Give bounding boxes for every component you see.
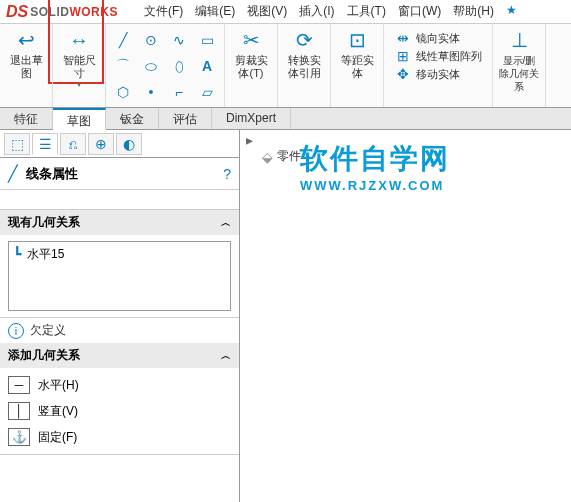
menu-items: 文件(F) 编辑(E) 视图(V) 插入(I) 工具(T) 窗口(W) 帮助(H… (144, 3, 517, 20)
point-tool-icon[interactable]: • (138, 80, 164, 104)
menu-file[interactable]: 文件(F) (144, 3, 183, 20)
menu-edit[interactable]: 编辑(E) (195, 3, 235, 20)
trim-icon: ✂ (243, 28, 260, 52)
ribbon-group-dim: ↔ 智能尺寸 ▾ (53, 24, 106, 107)
smart-dimension-button[interactable]: ↔ 智能尺寸 ▾ (59, 28, 99, 89)
chevron-up-icon: ︿ (221, 216, 231, 230)
arc-tool-icon[interactable]: ⌒ (110, 54, 136, 78)
convert-icon: ⟳ (296, 28, 313, 52)
app-logo: DS SOLIDWORKS (0, 3, 124, 21)
display-relations-button[interactable]: ⊥ 显示/删除几何关系 (499, 28, 539, 93)
property-header: ╱ 线条属性 ? (0, 158, 239, 190)
ribbon-group-draw: ╱ ⊙ ∿ ▭ ⌒ ⬭ ⬯ A ⬡ • ⌐ ▱ (106, 24, 225, 107)
relation-item[interactable]: 水平15 (27, 246, 64, 263)
horizontal-relation-icon: ┗ (13, 246, 21, 262)
mirror-icon: ⇹ (394, 30, 412, 46)
ribbon-group-trim: ✂ 剪裁实体(T) (225, 24, 278, 107)
fix-icon: ⚓ (8, 428, 30, 446)
horizontal-icon: ─ (8, 376, 30, 394)
help-icon[interactable]: ? (223, 166, 231, 182)
breadcrumb-arrow-icon[interactable]: ▸ (246, 132, 253, 148)
slot-tool-icon[interactable]: ⬭ (138, 54, 164, 78)
tab-dimxpert[interactable]: DimXpert (212, 108, 291, 129)
add-vertical-button[interactable]: │ 竖直(V) (8, 400, 231, 422)
ribbon-group-convert: ⟳ 转换实体引用 (278, 24, 331, 107)
tab-sketch[interactable]: 草图 (53, 108, 106, 130)
line-tool-icon[interactable]: ╱ (110, 28, 136, 52)
add-horizontal-button[interactable]: ─ 水平(H) (8, 374, 231, 396)
status-text: 欠定义 (30, 322, 66, 339)
exit-sketch-button[interactable]: ↩ 退出草图 (6, 28, 46, 80)
smart-dimension-icon: ↔ (69, 28, 89, 52)
menu-view[interactable]: 视图(V) (247, 3, 287, 20)
menu-insert[interactable]: 插入(I) (299, 3, 334, 20)
property-title: 线条属性 (26, 165, 223, 183)
ribbon-group-offset: ⊡ 等距实体 (331, 24, 384, 107)
circle-tool-icon[interactable]: ⊙ (138, 28, 164, 52)
menu-tools[interactable]: 工具(T) (347, 3, 386, 20)
polygon-tool-icon[interactable]: ⬡ (110, 80, 136, 104)
line-property-icon: ╱ (8, 164, 18, 183)
pattern-button[interactable]: ⊞线性草图阵列 (394, 48, 482, 64)
ribbon: ↩ 退出草图 ↔ 智能尺寸 ▾ ╱ ⊙ ∿ ▭ ⌒ ⬭ ⬯ A ⬡ • ⌐ ▱ … (0, 24, 571, 108)
menu-search-icon[interactable]: ★ (506, 3, 517, 20)
solidworks-logo-icon: DS (6, 3, 28, 21)
fillet-tool-icon[interactable]: ⌐ (166, 80, 192, 104)
section-head-existing[interactable]: 现有几何关系 ︿ (0, 210, 239, 235)
move-button[interactable]: ✥移动实体 (394, 66, 482, 82)
part-icon: ⬙ (262, 149, 273, 165)
relations-icon: ⊥ (511, 28, 528, 52)
ptab-feature-icon[interactable]: ⬚ (4, 133, 30, 155)
convert-button[interactable]: ⟳ 转换实体引用 (284, 28, 324, 80)
main-area: ⬚ ☰ ⎌ ⊕ ◐ ╱ 线条属性 ? 现有几何关系 ︿ ┗ 水平15 (0, 130, 571, 502)
offset-icon: ⊡ (349, 28, 366, 52)
menu-window[interactable]: 窗口(W) (398, 3, 441, 20)
ellipse-tool-icon[interactable]: ⬯ (166, 54, 192, 78)
section-head-add[interactable]: 添加几何关系 ︿ (0, 343, 239, 368)
menubar: DS SOLIDWORKS 文件(F) 编辑(E) 视图(V) 插入(I) 工具… (0, 0, 571, 24)
logo-text: SOLIDWORKS (30, 5, 118, 19)
vertical-icon: │ (8, 402, 30, 420)
ribbon-group-modify: ⇹镜向实体 ⊞线性草图阵列 ✥移动实体 (384, 24, 493, 107)
ribbon-group-sketch: ↩ 退出草图 (0, 24, 53, 107)
ribbon-group-relations: ⊥ 显示/删除几何关系 (493, 24, 546, 107)
watermark: 软件自学网 WWW.RJZXW.COM (300, 140, 450, 193)
trim-button[interactable]: ✂ 剪裁实体(T) (231, 28, 271, 80)
section-existing-relations: 现有几何关系 ︿ ┗ 水平15 (0, 210, 239, 318)
pattern-icon: ⊞ (394, 48, 412, 64)
watermark-title: 软件自学网 (300, 140, 450, 178)
watermark-url: WWW.RJZXW.COM (300, 178, 450, 193)
ptab-dimxpert-icon[interactable]: ⊕ (88, 133, 114, 155)
info-icon: i (8, 323, 24, 339)
ptab-appearance-icon[interactable]: ◐ (116, 133, 142, 155)
exit-sketch-icon: ↩ (18, 28, 35, 52)
offset-button[interactable]: ⊡ 等距实体 (337, 28, 377, 80)
chevron-up-icon: ︿ (221, 349, 231, 363)
command-tabs: 特征 草图 钣金 评估 DimXpert (0, 108, 571, 130)
tree-part-node[interactable]: ⬙ 零件 (262, 148, 301, 165)
viewport[interactable]: ▸ ⬙ 零件 软件自学网 WWW.RJZXW.COM (240, 130, 571, 502)
move-icon: ✥ (394, 66, 412, 82)
tab-evaluate[interactable]: 评估 (159, 108, 212, 129)
menu-help[interactable]: 帮助(H) (453, 3, 494, 20)
dropdown-icon[interactable]: ▾ (77, 80, 81, 89)
property-panel: ⬚ ☰ ⎌ ⊕ ◐ ╱ 线条属性 ? 现有几何关系 ︿ ┗ 水平15 (0, 130, 240, 502)
tab-sheetmetal[interactable]: 钣金 (106, 108, 159, 129)
section-add-relations: 添加几何关系 ︿ ─ 水平(H) │ 竖直(V) ⚓ 固定(F) (0, 343, 239, 455)
panel-tabs: ⬚ ☰ ⎌ ⊕ ◐ (0, 130, 239, 158)
text-tool-icon[interactable]: A (194, 54, 220, 78)
plane-tool-icon[interactable]: ▱ (194, 80, 220, 104)
rect-tool-icon[interactable]: ▭ (194, 28, 220, 52)
property-toolbar (0, 190, 239, 210)
add-fix-button[interactable]: ⚓ 固定(F) (8, 426, 231, 448)
ptab-config-icon[interactable]: ⎌ (60, 133, 86, 155)
mirror-button[interactable]: ⇹镜向实体 (394, 30, 482, 46)
spline-tool-icon[interactable]: ∿ (166, 28, 192, 52)
relations-listbox[interactable]: ┗ 水平15 (8, 241, 231, 311)
status-row: i 欠定义 (0, 318, 239, 343)
ptab-property-icon[interactable]: ☰ (32, 133, 58, 155)
tab-features[interactable]: 特征 (0, 108, 53, 129)
